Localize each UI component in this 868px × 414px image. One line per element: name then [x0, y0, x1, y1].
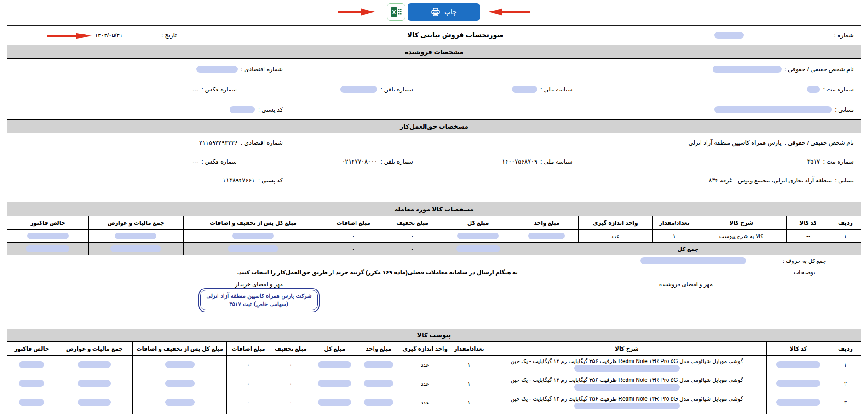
col-header-invoice-net: خالص فاکتور: [7, 216, 88, 230]
redacted-value: [364, 361, 393, 368]
agent-national-id-label: شناسه ملی :: [540, 158, 573, 165]
total-amount: [441, 243, 515, 255]
redacted-value: [776, 399, 820, 406]
agent-row-1: نام شخص حقیقی / حقوقی :پارس همراه کاسپین…: [7, 133, 861, 152]
agent-row-3: نشانی :منطقه آزاد تجاری انزلی، مجتمع ونو…: [7, 171, 861, 190]
seller-fax-value: ---: [192, 86, 198, 93]
cell-invoice-net: [7, 374, 56, 393]
redacted-serial: [574, 365, 680, 372]
redacted-value: [26, 245, 69, 252]
goods-total-row: جمع کل ۰ ۰: [7, 243, 861, 255]
excel-export-button[interactable]: X: [387, 3, 405, 21]
redacted-value: [165, 399, 195, 406]
cell-invoice-net: [7, 393, 56, 412]
print-button[interactable]: چاپ: [408, 3, 480, 21]
col-header-addition: مبلغ اضافات: [227, 342, 270, 355]
agent-address-label: نشانی :: [835, 177, 854, 184]
col-header-desc: شرح کالا: [696, 216, 787, 230]
cell-code: [767, 355, 830, 374]
col-header-desc: شرح کالا: [487, 342, 767, 355]
col-header-addition: مبلغ اضافات: [323, 216, 384, 230]
redacted-seller-name: [713, 66, 782, 73]
cell-net-after: [183, 230, 323, 243]
cell-total: [441, 230, 515, 243]
seller-row-3: نشانی : کد پستی :: [7, 99, 861, 119]
notes-row: توضیحات به هنگام ارسال در سامانه معاملات…: [7, 267, 861, 278]
redacted-seller-economic: [196, 66, 238, 73]
redacted-value: [19, 399, 44, 406]
cell-net-after: [133, 412, 227, 414]
col-header-net-after: مبلغ کل پس از تخفیف و اضافات: [183, 216, 323, 230]
cell-discount: ۰: [270, 374, 311, 393]
notes-text: به هنگام ارسال در سامانه معاملات فصلی(ما…: [7, 267, 748, 278]
col-header-discount: مبلغ تخفیف: [270, 342, 311, 355]
agent-reg-label: شماره ثبت :: [823, 158, 854, 165]
seller-row-2: شماره ثبت : شناسه ملی : شماره تلفن : شما…: [7, 79, 861, 99]
invoice-date-value: ۱۴۰۳/۰۵/۳۱: [95, 32, 123, 39]
total-in-words-row: جمع کل به حروف :: [7, 255, 861, 267]
col-header-invoice-net: خالص فاکتور: [7, 342, 56, 355]
redacted-value: [78, 380, 111, 387]
agent-national-id-value: ۱۴۰۰۷۵۶۸۷۰۹: [502, 158, 537, 165]
page-title: صورتحساب فروش نیابتی کالا: [407, 31, 503, 39]
cell-desc: گوشی موبایل شیائومی مدل Redmi Note ۱۳R P…: [487, 412, 767, 414]
attachment-row-2: ۲ گوشی موبایل شیائومی مدل Redmi Note ۱۳R…: [7, 374, 861, 393]
cell-discount: ۰: [384, 230, 441, 243]
agent-economic-label: شماره اقتصادی :: [241, 139, 283, 146]
cell-total: [311, 355, 358, 374]
cell-qty: ۱: [451, 355, 487, 374]
cell-tax: [56, 393, 133, 412]
total-discount: ۰: [384, 243, 441, 255]
redacted-seller-postal: [230, 106, 255, 113]
agent-reg-value: ۳۵۱۷: [807, 158, 820, 165]
invoice-header-box: شماره : صورتحساب فروش نیابتی کالا تاریخ …: [7, 25, 861, 190]
svg-text:X: X: [392, 9, 396, 16]
agent-row-2: شماره ثبت :۳۵۱۷ شناسه ملی :۱۴۰۰۷۵۶۸۷۰۹ ش…: [7, 152, 861, 171]
redacted-value: [19, 361, 44, 368]
seller-name-label: نام شخص حقیقی / حقوقی :: [785, 66, 854, 73]
agent-name-label: نام شخص حقیقی / حقوقی :: [785, 139, 854, 146]
redacted-invoice-number: [714, 32, 744, 39]
agent-address-value: منطقه آزاد تجاری انزلی، مجتمع ونوس - غرف…: [708, 177, 832, 184]
redacted-value: [776, 380, 820, 387]
attachment-row-3: ۳ گوشی موبایل شیائومی مدل Redmi Note ۱۳R…: [7, 393, 861, 412]
col-header-total: مبلغ کل: [441, 216, 515, 230]
redacted-serial: [574, 384, 680, 391]
redacted-value: [364, 380, 393, 387]
redacted-seller-national-id: [512, 86, 537, 93]
cell-unit: عدد: [399, 355, 451, 374]
cell-total: [311, 374, 358, 393]
agent-name-value: پارس همراه کاسپین منطقه آزاد انزلی: [688, 139, 781, 146]
redacted-value: [232, 233, 274, 239]
redacted-value: [364, 399, 393, 406]
cell-desc: گوشی موبایل شیائومی مدل Redmi Note ۱۳R P…: [487, 374, 767, 393]
redacted-seller-reg: [807, 86, 820, 93]
col-header-discount: مبلغ تخفیف: [384, 216, 441, 230]
redacted-value: [776, 361, 820, 368]
seller-fax-label: شماره فکس :: [201, 86, 236, 93]
attachment-row-4: ۴ گوشی موبایل شیائومی مدل Redmi Note ۱۳R…: [7, 412, 861, 414]
company-stamp: شرکت پارس همراه کاسپین منطقه آزاد انزلی …: [198, 288, 320, 312]
col-header-qty: تعداد/مقدار: [451, 342, 487, 355]
col-header-code: کد کالا: [787, 216, 830, 230]
cell-desc: گوشی موبایل شیائومی مدل Redmi Note ۱۳R P…: [487, 393, 767, 412]
print-button-label: چاپ: [444, 8, 457, 16]
col-header-unit: واحد اندازه گیری: [578, 216, 652, 230]
attachment-row-1: ۱ گوشی موبایل شیائومی مدل Redmi Note ۱۳R…: [7, 355, 861, 374]
attachment-table: ردیف کد کالا شرح کالا تعداد/مقدار واحد ا…: [7, 342, 861, 414]
col-header-qty: تعداد/مقدار: [652, 216, 696, 230]
redacted-value: [318, 380, 351, 387]
cell-unit-price: [358, 393, 399, 412]
toolbar: X چاپ: [0, 0, 868, 22]
cell-idx: ۲: [830, 374, 861, 393]
col-header-unit-price: مبلغ واحد: [358, 342, 399, 355]
agent-postal-value: ۱۱۳۸۹۴۷۶۶۱: [223, 177, 255, 184]
goods-table-box: مشخصات کالا مورد معامله ردیف کد کالا شرح…: [7, 202, 861, 313]
seller-row-1: نام شخص حقیقی / حقوقی : شماره اقتصادی :: [7, 59, 861, 79]
cell-addition: ۰: [227, 412, 270, 414]
redacted-value: [110, 245, 161, 252]
cell-net-after: [133, 374, 227, 393]
agent-fax-value: ---: [192, 158, 198, 165]
cell-tax: [56, 355, 133, 374]
cell-discount: ۰: [270, 355, 311, 374]
